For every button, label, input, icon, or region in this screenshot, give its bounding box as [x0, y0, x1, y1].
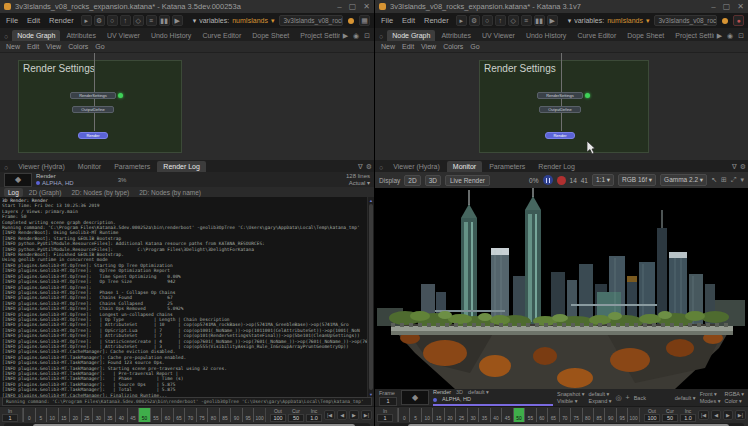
- window-control-button[interactable]: ✕: [737, 2, 744, 11]
- log-scrollbar[interactable]: ▲ ▼: [367, 197, 374, 397]
- live-render-button[interactable]: Live Render: [445, 175, 490, 186]
- main-tab[interactable]: Attributes: [61, 30, 101, 41]
- add-icon[interactable]: +: [626, 394, 630, 401]
- gear-icon[interactable]: ⚙: [740, 163, 746, 171]
- scene-name-field[interactable]: 3v3Islands_v08_rocks_M: [279, 15, 343, 26]
- frame-tick[interactable]: 20: [444, 408, 455, 422]
- zoom-level-dropdown[interactable]: 1:1 ▾: [592, 174, 614, 186]
- toolbar-icon[interactable]: ▮▮: [534, 15, 545, 26]
- pane-split-icon[interactable]: ⊡: [736, 32, 746, 41]
- rendersettings-node[interactable]: RenderSettings: [70, 92, 116, 99]
- node-enabled-led[interactable]: [585, 93, 590, 98]
- toolbar-icon[interactable]: ◇: [508, 15, 519, 26]
- transport-button[interactable]: ▶: [723, 410, 733, 420]
- cur-field[interactable]: Cur 50: [662, 407, 678, 423]
- main-tab[interactable]: UV Viewer: [102, 30, 145, 41]
- frame-tick[interactable]: 75: [570, 408, 581, 422]
- views-dropdown[interactable]: Front ▾: [700, 391, 721, 398]
- expand-dropdown[interactable]: Expand ▾: [589, 398, 612, 405]
- main-tab[interactable]: Undo History: [146, 30, 196, 41]
- out-field[interactable]: Out 100: [270, 407, 286, 423]
- transport-button[interactable]: ◀: [337, 410, 347, 420]
- frame-tick[interactable]: 0: [398, 408, 409, 422]
- crop-icon[interactable]: ⊞: [721, 176, 727, 184]
- frame-tick[interactable]: 75: [196, 408, 208, 422]
- main-tab[interactable]: Curve Editor: [197, 30, 246, 41]
- scroll-thumb[interactable]: [369, 204, 373, 390]
- frame-tick[interactable]: 85: [219, 408, 231, 422]
- transport-button[interactable]: |◀: [698, 410, 709, 420]
- window-control-button[interactable]: –: [711, 2, 715, 11]
- scene-name-field[interactable]: 3v3Islands_v08_rocks_M: [654, 15, 717, 26]
- pause-icon[interactable]: [543, 175, 553, 185]
- frame-tick[interactable]: 65: [547, 408, 558, 422]
- frame-tick[interactable]: 15: [58, 408, 70, 422]
- main-tab[interactable]: Dope Sheet: [622, 30, 669, 41]
- frame-tick[interactable]: 60: [536, 408, 547, 422]
- menu-item[interactable]: Edit: [25, 16, 42, 25]
- toolbar-icon[interactable]: ↑: [495, 15, 506, 26]
- window-control-button[interactable]: ✕: [363, 2, 370, 11]
- toolbar-icon[interactable]: ▶: [172, 15, 183, 26]
- frame-tick[interactable]: 70: [559, 408, 570, 422]
- panel-menu-icon[interactable]: ○: [2, 164, 11, 172]
- frame-tick[interactable]: 25: [81, 408, 93, 422]
- pane-split-icon[interactable]: ⊡: [362, 32, 372, 41]
- frame-tick[interactable]: 40: [490, 408, 501, 422]
- frame-ruler[interactable]: 0510152025303540455055606570758085909510…: [22, 408, 266, 422]
- frame-tick[interactable]: 25: [455, 408, 466, 422]
- nodegraph-menu-item[interactable]: New: [381, 43, 395, 50]
- frame-tick[interactable]: 45: [501, 408, 512, 422]
- toolbar-icon[interactable]: ⚙: [94, 15, 105, 26]
- catalog-preset-dropdown[interactable]: default ▾: [468, 389, 489, 396]
- menu-item[interactable]: File: [379, 16, 395, 25]
- catalog-entry[interactable]: Render ALPHA, HD: [36, 173, 74, 187]
- snapshot-dropdown[interactable]: Snapshot ▾: [557, 391, 585, 398]
- main-tab[interactable]: Curve Editor: [572, 30, 621, 41]
- panel-tab[interactable]: Parameters: [483, 161, 531, 172]
- panel-tab[interactable]: Viewer (Hydra): [12, 161, 71, 172]
- frame-tick[interactable]: 100: [627, 408, 638, 422]
- rendersettings-node[interactable]: RenderSettings: [537, 92, 583, 99]
- pin-icon[interactable]: ◉: [351, 32, 361, 41]
- variables-dropdown[interactable]: ▾ variables: numIslands ▾: [193, 17, 275, 25]
- pin-icon[interactable]: ◉: [725, 32, 735, 41]
- toolbar-icon[interactable]: ○: [107, 15, 118, 26]
- expand-icon[interactable]: ⤢: [731, 176, 737, 184]
- variables-value[interactable]: numIslands: [607, 17, 643, 24]
- frame-tick[interactable]: 85: [593, 408, 604, 422]
- frame-tick[interactable]: 50: [138, 408, 150, 422]
- frame-tick[interactable]: 10: [46, 408, 58, 422]
- main-tab[interactable]: Node Graph: [387, 30, 435, 41]
- transport-button[interactable]: ▶|: [735, 410, 746, 420]
- main-tab[interactable]: Attributes: [436, 30, 476, 41]
- nodegraph-menu-item[interactable]: Colors: [68, 43, 88, 50]
- main-tab[interactable]: Project Settings: [295, 30, 339, 41]
- titlebar-right[interactable]: 3v3Islands_v08_rocks_expansion.katana* -…: [375, 0, 748, 13]
- variables-value[interactable]: numIslands: [232, 17, 268, 24]
- gear-icon[interactable]: ⚙: [366, 163, 372, 171]
- nodegraph-menu-item[interactable]: Go: [95, 43, 104, 50]
- nodegraph-menu-item[interactable]: New: [6, 43, 20, 50]
- menu-item[interactable]: Render: [422, 16, 451, 25]
- monitor-render-view[interactable]: [375, 188, 748, 389]
- panel-tab[interactable]: Parameters: [108, 161, 156, 172]
- snapshot-preset-dropdown[interactable]: default ▾: [589, 391, 612, 398]
- menu-item[interactable]: Render: [47, 16, 76, 25]
- display-3d-button[interactable]: 3D: [425, 175, 441, 186]
- main-tab[interactable]: Node Graph: [12, 30, 60, 41]
- nodegraph-menu-item[interactable]: Go: [470, 43, 479, 50]
- transport-button[interactable]: ▶: [349, 410, 359, 420]
- modes-dropdown[interactable]: Modes ▾: [700, 398, 721, 405]
- frame-tick[interactable]: 100: [253, 408, 265, 422]
- inc-field[interactable]: Inc 1.0: [680, 407, 696, 423]
- out-field[interactable]: Out 100: [644, 407, 660, 423]
- frame-tick[interactable]: 30: [92, 408, 104, 422]
- toolbar-icon[interactable]: ▸: [81, 15, 92, 26]
- visible-dropdown[interactable]: Visible ▾: [557, 398, 585, 405]
- color-dropdown[interactable]: Color ▾: [724, 398, 744, 405]
- toolbar-icon[interactable]: ⚙: [469, 15, 480, 26]
- cur-field[interactable]: Cur 50: [288, 407, 304, 423]
- menu-item[interactable]: File: [4, 16, 20, 25]
- rgba-dropdown[interactable]: RGBA ▾: [724, 391, 744, 398]
